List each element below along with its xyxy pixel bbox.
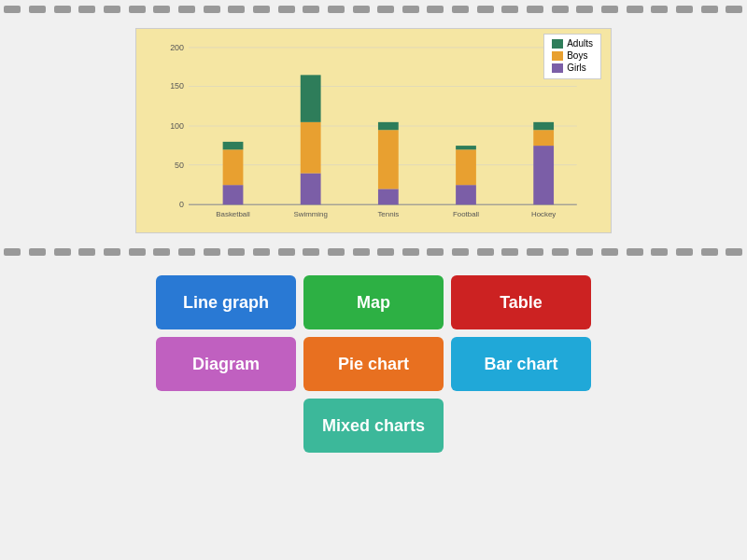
dash	[253, 248, 270, 256]
dash	[204, 248, 220, 256]
dash	[303, 6, 319, 13]
dash	[353, 248, 370, 256]
dash	[527, 6, 543, 13]
dash	[576, 248, 593, 256]
bar-tennis-girls	[378, 189, 399, 204]
dash	[228, 248, 245, 256]
dash	[627, 248, 643, 256]
bar-hockey-girls	[533, 146, 554, 204]
svg-text:Tennis: Tennis	[377, 210, 399, 218]
button-row-1: Line graph Map Table	[156, 275, 591, 329]
dash	[353, 6, 370, 13]
legend-label-girls: Girls	[567, 63, 586, 73]
dash	[501, 6, 518, 13]
line-graph-button[interactable]: Line graph	[156, 275, 296, 329]
legend-item-boys: Boys	[552, 50, 593, 61]
dash	[402, 6, 419, 13]
dash	[552, 248, 569, 256]
dash	[178, 6, 195, 13]
table-button[interactable]: Table	[451, 275, 591, 329]
bar-swimming-girls	[301, 174, 321, 205]
dash	[627, 6, 643, 13]
svg-text:Basketball: Basketball	[216, 210, 250, 218]
dash	[477, 6, 494, 13]
svg-text:50: 50	[175, 161, 184, 170]
bar-tennis-adults	[378, 122, 399, 130]
bar-chart-button[interactable]: Bar chart	[451, 337, 591, 391]
dash	[501, 248, 518, 256]
dash	[651, 6, 668, 13]
dash	[278, 6, 295, 13]
dash	[29, 6, 46, 13]
bar-tennis-boys	[378, 130, 399, 189]
dash	[129, 6, 146, 13]
dash	[253, 6, 270, 13]
dash	[527, 248, 543, 256]
dash	[651, 248, 668, 256]
dash	[552, 6, 569, 13]
dash	[153, 248, 170, 256]
bar-football-boys	[456, 149, 476, 185]
bar-hockey-boys	[533, 130, 554, 146]
dash	[576, 6, 593, 13]
bar-football-adults	[456, 146, 476, 149]
legend-color-adults	[552, 39, 563, 49]
dash	[204, 6, 220, 13]
svg-text:200: 200	[170, 43, 184, 52]
legend-item-girls: Girls	[552, 63, 593, 73]
map-button[interactable]: Map	[303, 275, 444, 329]
svg-text:Football: Football	[453, 210, 479, 218]
bar-chart-svg: 0 50 100 150 200	[146, 38, 601, 223]
dash	[54, 248, 71, 256]
dashed-border-top	[0, 0, 747, 19]
dash	[676, 6, 693, 13]
legend-label-boys: Boys	[567, 50, 587, 61]
svg-text:100: 100	[170, 121, 184, 131]
bar-basketball-adults	[223, 142, 244, 149]
dash	[303, 248, 319, 256]
dash	[701, 248, 718, 256]
svg-text:Hockey: Hockey	[531, 210, 556, 218]
chart-legend: Adults Boys Girls	[543, 34, 601, 79]
dash	[427, 6, 444, 13]
dash	[78, 6, 95, 13]
dash	[676, 248, 693, 256]
mixed-charts-button[interactable]: Mixed charts	[303, 399, 444, 453]
dash	[452, 248, 469, 256]
dashed-border-middle	[0, 243, 747, 261]
bar-swimming-adults	[301, 75, 321, 121]
dash	[4, 6, 21, 13]
dash	[4, 248, 21, 256]
legend-label-adults: Adults	[567, 38, 593, 49]
dash	[377, 6, 394, 13]
bar-basketball-boys	[223, 149, 244, 185]
dash	[78, 248, 95, 256]
dash	[427, 248, 444, 256]
dash	[104, 248, 120, 256]
dash	[153, 6, 170, 13]
button-row-2: Diagram Pie chart Bar chart	[156, 337, 591, 391]
bar-football-girls	[456, 185, 476, 204]
dash	[104, 6, 120, 13]
dash	[377, 248, 394, 256]
dash	[29, 248, 46, 256]
buttons-area: Line graph Map Table Diagram Pie chart B…	[0, 261, 747, 467]
dash	[726, 248, 742, 256]
legend-color-boys	[552, 51, 563, 61]
dash	[477, 248, 494, 256]
dash	[328, 6, 345, 13]
legend-item-adults: Adults	[552, 38, 593, 49]
svg-text:0: 0	[179, 200, 184, 209]
diagram-button[interactable]: Diagram	[156, 337, 296, 391]
button-row-3: Mixed charts	[303, 399, 444, 453]
svg-text:150: 150	[170, 81, 184, 91]
chart-box: Adults Boys Girls 0 50	[135, 28, 612, 233]
pie-chart-button[interactable]: Pie chart	[303, 337, 444, 391]
dash	[601, 6, 618, 13]
dash	[328, 248, 345, 256]
dash	[228, 6, 245, 13]
dash	[178, 248, 195, 256]
dash	[54, 6, 71, 13]
dash	[402, 248, 419, 256]
bar-hockey-adults	[533, 122, 554, 130]
